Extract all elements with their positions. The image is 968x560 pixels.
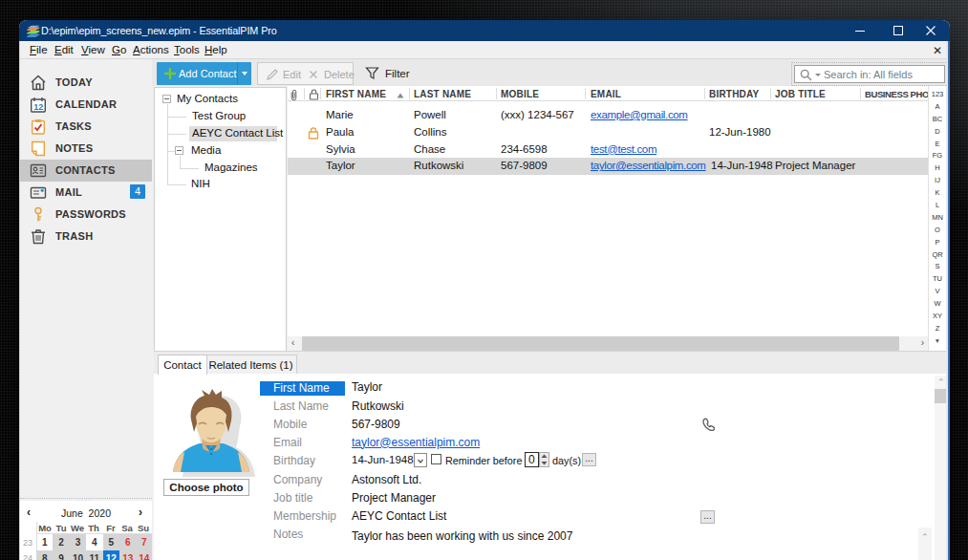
svg-text:12: 12 bbox=[33, 102, 43, 112]
